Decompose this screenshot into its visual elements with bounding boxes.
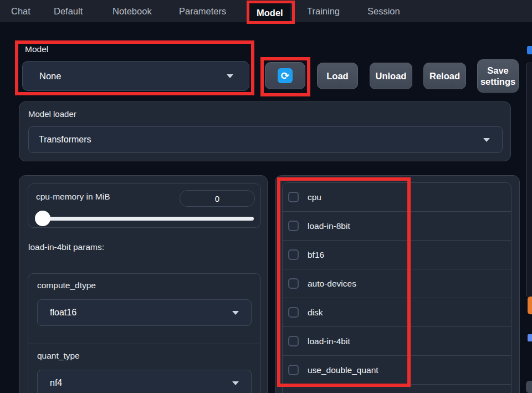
chevron-down-icon — [483, 138, 490, 142]
tab-notebook[interactable]: Notebook — [112, 0, 152, 22]
model-dropdown-label: Model — [25, 44, 48, 54]
model-loader-value: Transformers — [39, 135, 91, 145]
model-tab-page: Chat Default Notebook Parameters Model T… — [0, 0, 532, 393]
cutoff-gray-button-fragment — [526, 381, 532, 393]
loader-flags-right-panel: cpu load-in-8bit bf16 auto-devices disk … — [275, 175, 520, 393]
checkbox-label: disk — [308, 308, 323, 318]
quant-type-value: nf4 — [50, 378, 62, 388]
cpu-memory-label: cpu-memory in MiB — [36, 192, 110, 202]
quant-type-select[interactable]: nf4 — [37, 370, 252, 393]
checkbox-icon[interactable] — [288, 336, 299, 346]
top-navbar: Chat Default Notebook Parameters Model T… — [0, 0, 532, 22]
cutoff-panel-fragment — [526, 62, 532, 298]
cutoff-blue-link-fragment — [528, 334, 532, 341]
checkbox-icon[interactable] — [288, 192, 299, 202]
checkbox-row-load-in-4bit[interactable]: load-in-4bit — [283, 327, 511, 356]
loader-options-left-panel: cpu-memory in MiB 0 load-in-4bit params:… — [19, 175, 268, 393]
load-in-4bit-params-heading: load-in-4bit params: — [28, 242, 104, 252]
compute-dtype-value: float16 — [50, 308, 76, 318]
quant-type-section: quant_type nf4 — [28, 344, 260, 393]
checkbox-icon[interactable] — [288, 365, 299, 375]
checkbox-row-bf16[interactable]: bf16 — [283, 241, 511, 269]
checkbox-icon[interactable] — [288, 221, 299, 231]
refresh-icon: ⟳ — [278, 68, 293, 83]
tab-parameters[interactable]: Parameters — [179, 0, 226, 22]
chevron-down-icon — [232, 381, 239, 385]
checkbox-label: cpu — [308, 192, 321, 202]
reload-button[interactable]: Reload — [423, 63, 466, 89]
checkbox-row-disk[interactable]: disk — [283, 298, 511, 327]
checkbox-label: load-in-4bit — [308, 336, 350, 346]
checkbox-row-auto-devices[interactable]: auto-devices — [283, 269, 511, 298]
quantization-params-group: compute_dtype float16 quant_type nf4 — [28, 273, 261, 393]
refresh-models-button[interactable]: ⟳ — [265, 62, 305, 89]
checkbox-label: bf16 — [308, 250, 324, 260]
model-loader-panel: Model loader Transformers — [19, 101, 511, 161]
chevron-down-icon — [232, 311, 239, 315]
checkbox-label: use_double_quant — [308, 365, 378, 375]
model-select-value: None — [39, 71, 61, 81]
compute-dtype-select[interactable]: float16 — [37, 299, 252, 326]
compute-dtype-label: compute_dtype — [37, 280, 96, 290]
cpu-memory-input[interactable]: 0 — [180, 190, 255, 207]
compute-dtype-section: compute_dtype float16 — [28, 274, 260, 344]
tab-default[interactable]: Default — [54, 0, 83, 22]
checkbox-icon[interactable] — [288, 249, 299, 260]
tab-session[interactable]: Session — [367, 0, 400, 22]
model-loader-label: Model loader — [28, 109, 76, 119]
checkbox-row-use-double-quant[interactable]: use_double_quant — [283, 356, 511, 385]
cpu-memory-slider-track[interactable] — [36, 217, 254, 221]
unload-button[interactable]: Unload — [370, 63, 412, 89]
checkbox-label: load-in-8bit — [308, 221, 350, 231]
tab-training[interactable]: Training — [307, 0, 340, 22]
save-settings-button[interactable]: Save settings — [477, 59, 519, 93]
checkbox-row-cpu[interactable]: cpu — [283, 183, 511, 212]
quant-type-label: quant_type — [37, 351, 80, 361]
cpu-memory-group: cpu-memory in MiB 0 — [28, 183, 261, 228]
tab-chat[interactable]: Chat — [11, 0, 30, 22]
cutoff-blue-fragment — [527, 46, 532, 54]
checkbox-row-load-in-8bit[interactable]: load-in-8bit — [283, 212, 511, 241]
cpu-memory-slider-handle[interactable] — [35, 211, 50, 226]
model-select[interactable]: None — [22, 61, 249, 91]
chevron-down-icon — [227, 74, 233, 78]
tab-model[interactable]: Model — [249, 3, 290, 22]
model-loader-select[interactable]: Transformers — [28, 126, 503, 153]
load-button[interactable]: Load — [317, 63, 358, 89]
cutoff-orange-button-fragment — [528, 297, 532, 314]
checkbox-label: auto-devices — [308, 279, 356, 289]
checkbox-group: cpu load-in-8bit bf16 auto-devices disk … — [282, 182, 511, 393]
checkbox-icon[interactable] — [288, 278, 299, 289]
checkbox-icon[interactable] — [288, 307, 299, 318]
